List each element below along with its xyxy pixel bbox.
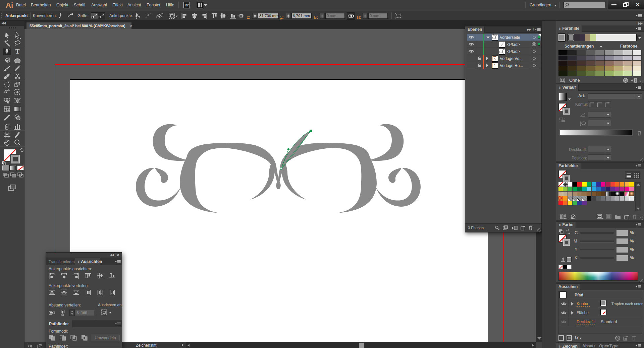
svg-text:T: T xyxy=(15,48,20,55)
